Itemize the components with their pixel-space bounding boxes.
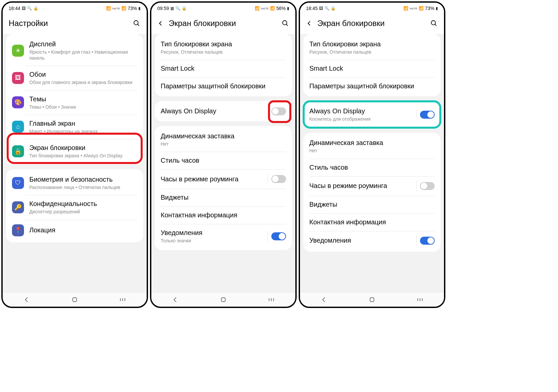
key-icon: 🔑	[12, 201, 24, 213]
item-lock-type[interactable]: Тип блокировки экрана Рисунок, Отпечатки…	[155, 35, 292, 60]
item-sub: Обои для главного экрана и экрана блокир…	[29, 79, 137, 85]
sun-icon: ☀	[12, 45, 24, 57]
item-sub: Коснитесь для отображения	[309, 116, 413, 122]
item-notifications[interactable]: Уведомления Только значки	[155, 224, 292, 248]
settings-group-2: 🛡 Биометрия и безопасность Распознавание…	[6, 169, 143, 242]
svg-rect-14	[370, 298, 374, 302]
lock-small-icon: 🔒	[331, 6, 336, 11]
phone-screen-2: 09:59 ▦ 🔍 🔒 📶 VoLTE 📶 56% ▮ Экран блокир…	[150, 1, 297, 308]
settings-item-display[interactable]: ☀ Дисплей Яркость • Комфорт для глаз • Н…	[6, 35, 143, 66]
nav-bar	[151, 292, 295, 307]
item-sub: Темы • Обои • Значки	[29, 104, 137, 110]
nav-recent[interactable]	[261, 297, 281, 302]
item-notifications[interactable]: Уведомления	[303, 231, 441, 250]
settings-item-location[interactable]: 📍 Локация	[6, 220, 143, 241]
item-title: Темы	[29, 95, 137, 103]
item-contact-info[interactable]: Контактная информация	[303, 213, 441, 231]
nav-back[interactable]	[165, 296, 185, 303]
item-dynamic-wallpaper[interactable]: Динамическая заставка Нет	[155, 127, 292, 152]
item-smart-lock[interactable]: Smart Lock	[303, 60, 441, 77]
svg-line-7	[286, 24, 288, 26]
phone-screen-1: 18:44 🖼 🔍 🔒 📶 VoLTE 📶 73% ▮ Настройки ☀ …	[1, 1, 148, 308]
item-roaming-clock[interactable]: Часы в режиме роуминга	[155, 169, 292, 189]
item-title: Тип блокировки экрана	[161, 40, 286, 48]
search-small-icon: 🔍	[324, 6, 329, 11]
item-always-on-display[interactable]: Always On Display	[155, 102, 292, 120]
app-bar: Экран блокировки	[151, 14, 295, 34]
item-widgets[interactable]: Виджеты	[303, 196, 441, 213]
item-title: Конфиденциальность	[29, 200, 137, 208]
status-time: 09:59	[157, 6, 169, 11]
nav-recent[interactable]	[410, 297, 430, 302]
page-title: Экран блокировки	[317, 19, 425, 28]
image-icon: 🖼	[319, 6, 323, 11]
settings-item-wallpaper[interactable]: 🖼 Обои Обои для главного экрана и экрана…	[6, 66, 143, 90]
settings-item-biometrics[interactable]: 🛡 Биометрия и безопасность Распознавание…	[6, 171, 143, 195]
aod-toggle[interactable]	[420, 111, 435, 119]
item-contact-info[interactable]: Контактная информация	[155, 206, 292, 224]
nav-home[interactable]	[213, 296, 233, 303]
item-title: Обои	[29, 70, 137, 79]
group-aod: Always On Display	[155, 101, 292, 121]
status-bar: 18:44 🖼 🔍 🔒 📶 VoLTE 📶 73% ▮	[3, 3, 147, 14]
item-title: Контактная информация	[309, 218, 435, 226]
item-sub: Распознавание лица • Отпечатки пальцев	[29, 184, 137, 190]
item-always-on-display[interactable]: Always On Display Коснитесь для отображе…	[303, 102, 441, 127]
group-appearance: Динамическая заставка Нет Стиль часов Ча…	[303, 133, 441, 251]
search-button[interactable]	[133, 19, 141, 27]
nav-recent[interactable]	[113, 297, 133, 302]
item-title: Виджеты	[309, 200, 435, 209]
wifi-icon: 📶	[255, 6, 260, 11]
svg-point-6	[283, 21, 287, 25]
svg-rect-2	[73, 298, 77, 302]
item-title: Локация	[29, 226, 137, 234]
notifications-toggle[interactable]	[271, 232, 286, 240]
app-icon: ▦	[170, 6, 174, 11]
pin-icon: 📍	[12, 224, 24, 236]
item-lock-type[interactable]: Тип блокировки экрана Рисунок, Отпечатки…	[303, 35, 441, 60]
item-smart-lock[interactable]: Smart Lock	[155, 60, 292, 77]
search-small-icon: 🔍	[175, 6, 180, 11]
back-button[interactable]	[157, 20, 164, 27]
item-widgets[interactable]: Виджеты	[155, 189, 292, 206]
settings-item-themes[interactable]: 🎨 Темы Темы • Обои • Значки	[6, 90, 143, 115]
item-sub: Диспетчер разрешений	[29, 209, 137, 215]
search-button[interactable]	[430, 19, 438, 27]
status-time: 18:44	[9, 6, 20, 11]
item-dynamic-wallpaper[interactable]: Динамическая заставка Нет	[303, 134, 441, 158]
settings-item-home[interactable]: ⌂ Главный экран Макет • Индикаторы на зн…	[6, 115, 143, 139]
item-sub: Рисунок, Отпечатки пальцев	[161, 49, 286, 55]
signal-icon: 📶	[270, 6, 275, 11]
nav-home[interactable]	[65, 296, 85, 303]
item-title: Динамическая заставка	[309, 139, 435, 147]
item-secure-lock[interactable]: Параметры защитной блокировки	[155, 77, 292, 95]
settings-item-lockscreen[interactable]: 🔒 Экран блокировки Тип блокировки экрана…	[6, 139, 143, 163]
item-title: Часы в режиме роуминга	[161, 175, 264, 183]
item-clock-style[interactable]: Стиль часов	[155, 152, 292, 169]
nav-back[interactable]	[17, 296, 37, 303]
group-aod: Always On Display Коснитесь для отображе…	[303, 101, 441, 128]
nav-home[interactable]	[362, 296, 382, 303]
notifications-toggle[interactable]	[420, 237, 435, 245]
aod-toggle[interactable]	[271, 107, 286, 115]
item-title: Виджеты	[161, 193, 286, 202]
item-title: Главный экран	[29, 119, 137, 128]
item-roaming-clock[interactable]: Часы в режиме роуминга	[303, 176, 441, 196]
toggle-divider	[416, 110, 417, 120]
lock-small-icon: 🔒	[33, 6, 38, 11]
settings-group-1: ☀ Дисплей Яркость • Комфорт для глаз • Н…	[6, 34, 143, 165]
item-clock-style[interactable]: Стиль часов	[303, 159, 441, 176]
item-sub: Яркость • Комфорт для глаз • Навигационн…	[29, 49, 137, 61]
back-button[interactable]	[306, 20, 313, 27]
roaming-clock-toggle[interactable]	[271, 175, 286, 183]
nav-back[interactable]	[314, 296, 334, 303]
settings-item-privacy[interactable]: 🔑 Конфиденциальность Диспетчер разрешени…	[6, 195, 143, 219]
search-button[interactable]	[281, 19, 289, 27]
item-title: Уведомления	[309, 236, 413, 245]
item-secure-lock[interactable]: Параметры защитной блокировки	[303, 77, 441, 95]
volte-icon: VoLTE	[112, 7, 120, 10]
roaming-clock-toggle[interactable]	[420, 182, 435, 190]
item-sub: Только значки	[161, 238, 264, 244]
page-title: Экран блокировки	[169, 19, 277, 28]
svg-point-0	[134, 21, 138, 25]
